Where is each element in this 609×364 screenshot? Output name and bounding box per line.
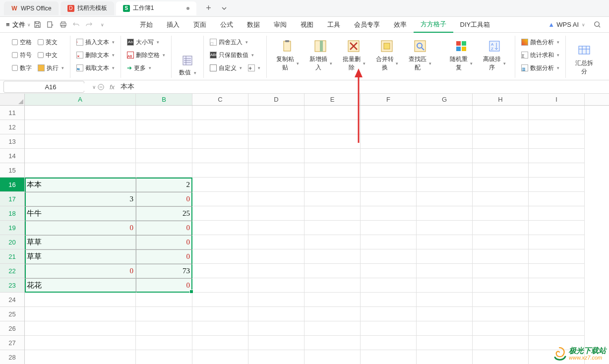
row-header[interactable]: 22 bbox=[0, 264, 24, 278]
row-header[interactable]: 20 bbox=[0, 235, 24, 249]
cell[interactable] bbox=[417, 293, 473, 307]
cell[interactable] bbox=[136, 149, 192, 163]
column-header[interactable]: F bbox=[361, 94, 417, 105]
cell[interactable]: 草草 bbox=[25, 235, 136, 249]
stat-sum-button[interactable]: Σ统计求和▾ bbox=[519, 50, 561, 61]
column-header[interactable]: A bbox=[25, 94, 136, 105]
tab-page[interactable]: 页面 bbox=[186, 17, 213, 33]
print-button[interactable] bbox=[58, 19, 69, 31]
tab-template[interactable]: D 找稻壳模板 bbox=[61, 1, 114, 15]
cell[interactable] bbox=[136, 120, 192, 134]
case-button[interactable]: Ab大小写▾ bbox=[125, 37, 161, 48]
cell[interactable] bbox=[304, 307, 361, 321]
value-button[interactable]: 数值▾ bbox=[176, 67, 199, 78]
tab-member[interactable]: 会员专享 bbox=[347, 17, 387, 33]
cell[interactable]: 2 bbox=[136, 178, 192, 192]
custom-button[interactable]: 自定义▾ bbox=[208, 63, 244, 73]
select-all-corner[interactable] bbox=[0, 94, 25, 106]
cell[interactable] bbox=[25, 336, 136, 350]
delete-text-button[interactable]: ✕删除文本▾ bbox=[74, 50, 117, 61]
cell[interactable] bbox=[304, 249, 361, 264]
cell[interactable] bbox=[417, 264, 473, 278]
cell[interactable] bbox=[192, 206, 248, 221]
copy-paste-button[interactable]: 复制粘贴▾ bbox=[271, 36, 304, 75]
tab-list-button[interactable] bbox=[218, 2, 230, 14]
cell[interactable] bbox=[361, 321, 417, 336]
cell[interactable] bbox=[361, 163, 417, 178]
color-analysis-button[interactable]: 颜色分析▾ bbox=[519, 37, 561, 48]
cell[interactable] bbox=[192, 134, 248, 149]
cell[interactable] bbox=[473, 163, 529, 178]
cell[interactable] bbox=[529, 264, 585, 278]
check-english[interactable]: 英文 bbox=[36, 37, 60, 48]
more-button[interactable]: ➔更多▾ bbox=[125, 63, 153, 73]
cell[interactable] bbox=[192, 178, 248, 192]
add-custom-button[interactable]: +▾ bbox=[246, 63, 262, 72]
column-header[interactable]: D bbox=[248, 94, 304, 105]
cell[interactable] bbox=[304, 221, 361, 235]
cell[interactable] bbox=[417, 249, 473, 264]
cell[interactable] bbox=[248, 192, 304, 206]
file-menu-button[interactable]: ≡ 文件 ∨ bbox=[6, 20, 31, 29]
cell[interactable]: 3 bbox=[25, 192, 136, 206]
cell[interactable] bbox=[25, 350, 136, 364]
cell[interactable] bbox=[529, 163, 585, 178]
cell[interactable] bbox=[248, 106, 304, 120]
cell[interactable] bbox=[473, 249, 529, 264]
cell[interactable] bbox=[136, 106, 192, 120]
cell[interactable]: 牛牛 bbox=[25, 206, 136, 221]
row-header[interactable]: 14 bbox=[0, 149, 24, 163]
cell[interactable] bbox=[304, 321, 361, 336]
cell[interactable] bbox=[473, 221, 529, 235]
cell[interactable]: 0 bbox=[136, 192, 192, 206]
cell[interactable] bbox=[417, 235, 473, 249]
cell[interactable]: 0 bbox=[25, 264, 136, 278]
cell[interactable]: 25 bbox=[136, 206, 192, 221]
cell[interactable] bbox=[473, 120, 529, 134]
cell[interactable] bbox=[473, 350, 529, 364]
cell[interactable] bbox=[248, 235, 304, 249]
row-header[interactable]: 18 bbox=[0, 206, 24, 221]
check-space[interactable]: 空格 bbox=[10, 37, 34, 48]
cell[interactable] bbox=[192, 163, 248, 178]
cell[interactable] bbox=[417, 336, 473, 350]
undo-button[interactable] bbox=[70, 19, 82, 31]
row-header[interactable]: 24 bbox=[0, 293, 24, 307]
column-header[interactable]: H bbox=[473, 94, 529, 105]
qat-caret[interactable]: ∨ bbox=[96, 19, 108, 31]
cell[interactable] bbox=[361, 134, 417, 149]
formula-input[interactable] bbox=[115, 83, 609, 91]
tab-wps-home[interactable]: W WPS Office bbox=[4, 1, 59, 15]
cell[interactable] bbox=[473, 264, 529, 278]
wps-ai-button[interactable]: ▲ WPS AI ∨ bbox=[548, 21, 585, 28]
cell[interactable] bbox=[361, 206, 417, 221]
cell[interactable] bbox=[248, 278, 304, 293]
cell[interactable] bbox=[304, 178, 361, 192]
cell[interactable] bbox=[248, 149, 304, 163]
cell[interactable] bbox=[361, 278, 417, 293]
cell[interactable] bbox=[473, 235, 529, 249]
tab-formula[interactable]: 公式 bbox=[213, 17, 240, 33]
summary-split-button[interactable]: 汇总拆分 bbox=[575, 59, 594, 76]
row-header[interactable]: 13 bbox=[0, 134, 24, 149]
cell[interactable] bbox=[192, 221, 248, 235]
new-insert-button[interactable]: 新增插入▾ bbox=[304, 36, 337, 75]
cell[interactable] bbox=[529, 178, 585, 192]
cell[interactable] bbox=[136, 163, 192, 178]
cell[interactable] bbox=[304, 192, 361, 206]
cell[interactable] bbox=[248, 221, 304, 235]
cell[interactable] bbox=[304, 120, 361, 134]
cell[interactable]: 0 bbox=[136, 249, 192, 264]
cell[interactable] bbox=[248, 206, 304, 221]
cell[interactable] bbox=[417, 278, 473, 293]
column-header[interactable]: C bbox=[192, 94, 248, 105]
cell[interactable] bbox=[136, 321, 192, 336]
cell[interactable] bbox=[529, 192, 585, 206]
tab-efficiency[interactable]: 效率 bbox=[387, 17, 414, 33]
cell[interactable] bbox=[417, 192, 473, 206]
row-header[interactable]: 21 bbox=[0, 249, 24, 264]
tab-fangfang[interactable]: 方方格子 bbox=[414, 17, 453, 33]
cell[interactable] bbox=[192, 235, 248, 249]
cell[interactable] bbox=[529, 120, 585, 134]
cell[interactable] bbox=[25, 293, 136, 307]
